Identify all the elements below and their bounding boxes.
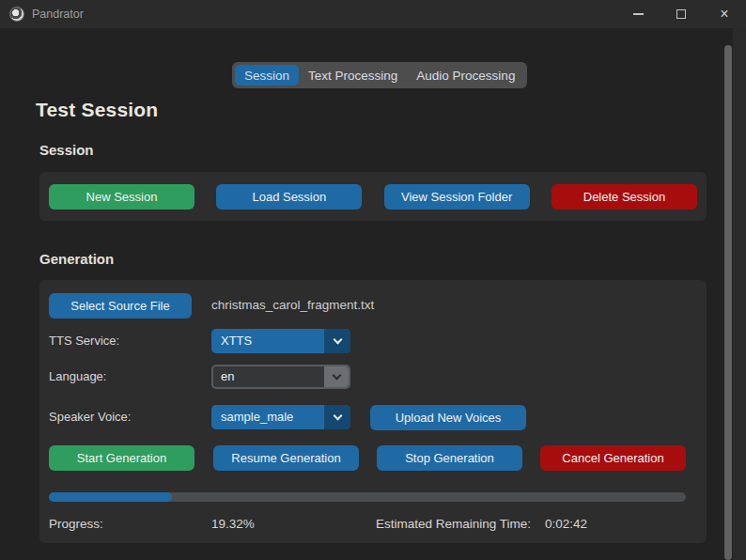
window-title: Pandrator	[32, 8, 84, 21]
generation-progress-bar	[49, 492, 686, 502]
stop-generation-button[interactable]: Stop Generation	[377, 445, 522, 471]
tab-audio-processing[interactable]: Audio Processing	[407, 65, 524, 86]
delete-session-button[interactable]: Delete Session	[552, 184, 697, 210]
generation-card: Select Source File christmas_carol_fragm…	[39, 280, 707, 543]
app-icon	[9, 7, 24, 22]
speaker-voice-dropdown-button[interactable]	[324, 405, 350, 429]
upload-new-voices-button[interactable]: Upload New Voices	[370, 405, 526, 430]
language-dropdown-button[interactable]	[324, 366, 349, 387]
tab-bar: Session Text Processing Audio Processing	[232, 62, 527, 88]
session-section-heading: Session	[39, 142, 94, 158]
new-session-button[interactable]: New Session	[49, 184, 194, 210]
scrollbar-track[interactable]	[733, 28, 746, 560]
progress-bar-fill	[49, 492, 172, 502]
language-combobox[interactable]: en	[211, 365, 350, 389]
view-session-folder-button[interactable]: View Session Folder	[384, 184, 530, 210]
minimize-icon	[633, 13, 644, 15]
session-card: New Session Load Session View Session Fo…	[39, 172, 707, 221]
load-session-button[interactable]: Load Session	[216, 184, 362, 210]
cancel-generation-button[interactable]: Cancel Generation	[540, 445, 686, 471]
progress-value: 19.32%	[211, 517, 255, 531]
chevron-down-icon	[333, 411, 342, 420]
language-label: Language:	[49, 365, 106, 389]
tab-session[interactable]: Session	[235, 65, 299, 86]
progress-label: Progress:	[49, 517, 103, 531]
generation-section-heading: Generation	[39, 251, 114, 267]
tts-service-dropdown-button[interactable]	[324, 329, 350, 353]
tts-service-dropdown[interactable]: XTTS	[211, 329, 350, 353]
chevron-down-icon	[332, 370, 341, 380]
maximize-icon	[676, 9, 686, 19]
tts-service-label: TTS Service:	[49, 329, 119, 353]
select-source-file-button[interactable]: Select Source File	[49, 293, 192, 319]
maximize-button[interactable]	[660, 0, 703, 28]
scrollbar-thumb[interactable]	[724, 45, 732, 560]
chevron-down-icon	[333, 334, 342, 344]
eta-label: Estimated Remaining Time:	[376, 517, 531, 531]
page-title: Test Session	[36, 99, 158, 121]
minimize-button[interactable]	[616, 0, 660, 28]
speaker-voice-dropdown[interactable]: sample_male	[211, 405, 350, 429]
close-button[interactable]: ×	[703, 0, 746, 28]
tab-text-processing[interactable]: Text Processing	[299, 65, 407, 86]
resume-generation-button[interactable]: Resume Generation	[213, 445, 359, 471]
title-bar: Pandrator ×	[0, 0, 746, 28]
start-generation-button[interactable]: Start Generation	[49, 445, 194, 471]
close-icon: ×	[720, 7, 728, 22]
language-value: en	[213, 366, 324, 387]
tts-service-value: XTTS	[211, 329, 324, 353]
speaker-voice-label: Speaker Voice:	[49, 405, 131, 429]
eta-value: 0:02:42	[545, 517, 587, 531]
speaker-voice-value: sample_male	[211, 405, 324, 429]
source-file-name: christmas_carol_fragment.txt	[211, 293, 374, 318]
